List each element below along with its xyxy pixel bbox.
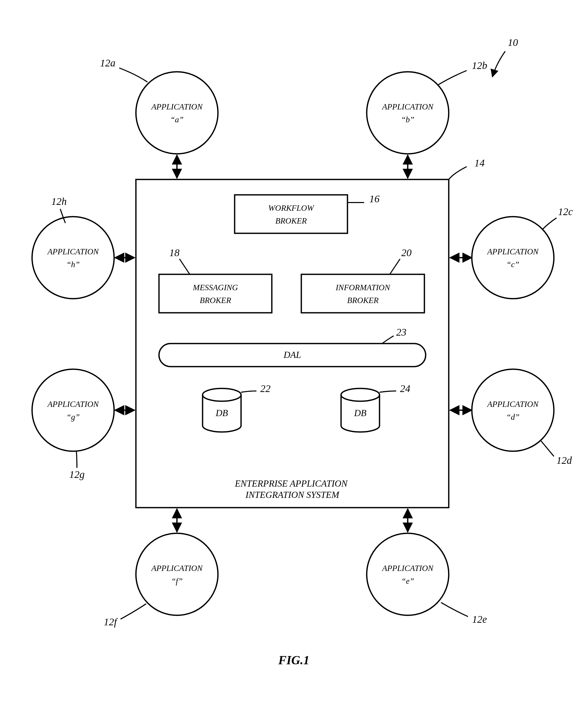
svg-text:12b: 12b — [472, 60, 487, 71]
app-a: APPLICATION “a” 12a — [100, 57, 218, 178]
app-c: APPLICATION “c” 12c — [450, 206, 573, 299]
svg-text:23: 23 — [396, 327, 406, 338]
svg-point-55 — [32, 217, 114, 299]
svg-text:“b”: “b” — [401, 115, 414, 124]
svg-text:WORKFLOW: WORKFLOW — [268, 203, 315, 213]
svg-point-40 — [367, 533, 449, 615]
app-f: APPLICATION “f” 12f — [104, 509, 218, 628]
svg-text:BROKER: BROKER — [276, 216, 307, 225]
svg-text:APPLICATION: APPLICATION — [151, 564, 203, 573]
app-h: APPLICATION “h” 12h — [32, 196, 135, 299]
svg-text:12d: 12d — [556, 455, 572, 466]
svg-text:DAL: DAL — [283, 350, 301, 360]
svg-text:MESSAGING: MESSAGING — [192, 283, 238, 292]
svg-point-25 — [367, 72, 449, 154]
app-g: APPLICATION “g” 12g — [32, 369, 135, 480]
svg-text:“h”: “h” — [66, 260, 80, 269]
svg-text:12a: 12a — [100, 57, 115, 69]
information-broker: INFORMATION BROKER 20 — [301, 247, 424, 313]
app-d: APPLICATION “d” 12d — [450, 369, 572, 466]
dal-bar: DAL 23 — [159, 327, 426, 367]
svg-text:18: 18 — [169, 247, 179, 258]
svg-text:12h: 12h — [51, 196, 67, 207]
svg-rect-9 — [301, 274, 424, 313]
svg-point-50 — [32, 369, 114, 451]
svg-text:“a”: “a” — [170, 115, 184, 124]
svg-text:12e: 12e — [472, 613, 487, 625]
figure-caption: FIG.1 — [278, 653, 309, 667]
svg-text:“c”: “c” — [507, 260, 519, 269]
svg-text:“f”: “f” — [171, 576, 183, 586]
messaging-broker: MESSAGING BROKER 18 — [159, 247, 272, 313]
svg-point-35 — [472, 369, 554, 451]
svg-rect-5 — [159, 274, 272, 313]
figure-ref-label: 10 — [508, 37, 518, 48]
system-ref: 14 — [449, 157, 485, 179]
svg-text:DB: DB — [354, 408, 366, 418]
svg-text:APPLICATION: APPLICATION — [487, 399, 539, 409]
svg-text:BROKER: BROKER — [200, 296, 231, 305]
svg-point-20 — [136, 72, 218, 154]
svg-text:20: 20 — [401, 247, 412, 258]
svg-text:APPLICATION: APPLICATION — [487, 247, 539, 256]
figure-ref: 10 — [492, 37, 518, 77]
svg-text:“e”: “e” — [401, 576, 414, 586]
svg-text:“d”: “d” — [506, 412, 520, 421]
workflow-broker: WORKFLOW BROKER 16 — [235, 193, 379, 233]
svg-point-30 — [472, 217, 554, 299]
db1: DB 22 — [202, 383, 271, 432]
svg-text:APPLICATION: APPLICATION — [381, 102, 434, 111]
app-b: APPLICATION “b” 12b — [367, 60, 487, 178]
system-ref-label: 14 — [474, 157, 485, 169]
system-title-line1: ENTERPRISE APPLICATION INTEGRATION SYSTE… — [235, 478, 350, 500]
svg-text:“g”: “g” — [66, 412, 80, 421]
svg-text:BROKER: BROKER — [347, 296, 379, 305]
svg-text:12f: 12f — [104, 616, 118, 628]
diagram-canvas: 10 ENTERPRISE APPLICATION INTEGRATION SY… — [0, 0, 588, 704]
svg-text:APPLICATION: APPLICATION — [381, 564, 434, 573]
svg-text:16: 16 — [369, 193, 379, 204]
svg-text:INFORMATION: INFORMATION — [336, 283, 391, 292]
svg-text:24: 24 — [400, 383, 410, 394]
svg-rect-1 — [235, 195, 347, 233]
svg-text:12c: 12c — [558, 206, 573, 218]
db2: DB 24 — [341, 383, 410, 432]
svg-text:APPLICATION: APPLICATION — [47, 247, 99, 256]
svg-point-45 — [136, 533, 218, 615]
app-e: APPLICATION “e” 12e — [367, 509, 487, 625]
svg-text:APPLICATION: APPLICATION — [47, 399, 99, 409]
svg-text:22: 22 — [260, 383, 271, 394]
svg-text:DB: DB — [216, 408, 228, 418]
svg-text:APPLICATION: APPLICATION — [151, 102, 203, 111]
svg-text:12g: 12g — [69, 469, 84, 480]
